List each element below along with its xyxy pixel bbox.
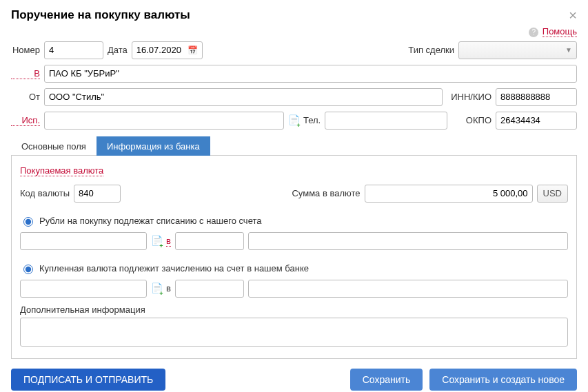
help-link[interactable]: Помощь — [543, 26, 577, 37]
date-label: Дата — [108, 45, 128, 55]
additional-info-label: Дополнительная информация — [20, 305, 568, 315]
okpo-input[interactable] — [496, 112, 577, 130]
deal-type-label: Тип сделки — [408, 45, 454, 55]
to-input[interactable] — [44, 65, 577, 83]
debit-field-2[interactable] — [175, 232, 244, 250]
to-label: В — [11, 68, 40, 79]
calendar-icon[interactable]: 📅 — [187, 45, 198, 55]
credit-v-label: в — [166, 283, 171, 293]
currency-code-label: Код валюты — [20, 188, 70, 198]
close-icon[interactable]: × — [569, 8, 577, 22]
date-field[interactable] — [136, 45, 183, 55]
debit-v-label: в — [166, 236, 171, 247]
save-new-button[interactable]: Сохранить и создать новое — [429, 369, 577, 391]
tab-main[interactable]: Основные поля — [11, 136, 97, 156]
radio-debit-label: Рубли на покупку подлежат списанию с наш… — [39, 216, 261, 226]
section-purchased-currency: Покупаемая валюта — [20, 165, 103, 176]
radio-debit[interactable] — [23, 217, 33, 227]
okpo-label: ОКПО — [466, 115, 491, 125]
currency-box: USD — [537, 185, 568, 203]
from-input[interactable] — [44, 88, 443, 106]
inn-label: ИНН/КИО — [451, 92, 491, 102]
additional-info-textarea[interactable] — [20, 318, 568, 347]
tel-label: Тел. — [303, 115, 321, 125]
help-icon: ? — [529, 28, 538, 37]
amount-label: Сумма в валюте — [292, 188, 360, 198]
debit-field-3[interactable] — [248, 232, 568, 250]
credit-field-2[interactable] — [175, 280, 244, 298]
lookup-icon[interactable]: 📄 — [288, 115, 299, 126]
inn-input[interactable] — [496, 88, 577, 106]
credit-field-1[interactable] — [20, 280, 147, 298]
date-input[interactable]: 📅 — [132, 41, 203, 59]
from-label: От — [11, 92, 40, 102]
lookup-icon[interactable]: 📄 — [151, 236, 162, 247]
number-label: Номер — [11, 45, 40, 55]
lookup-icon[interactable]: 📄 — [151, 283, 162, 294]
chevron-down-icon: ▼ — [565, 46, 572, 54]
credit-field-3[interactable] — [248, 280, 568, 298]
exec-label: Исп. — [11, 115, 40, 126]
number-input[interactable] — [44, 41, 103, 59]
debit-field-1[interactable] — [20, 232, 147, 250]
dialog-title: Поручение на покупку валюты — [11, 8, 190, 22]
deal-type-select[interactable]: ▼ — [458, 41, 577, 59]
save-button[interactable]: Сохранить — [350, 369, 423, 391]
currency-code-input[interactable] — [74, 185, 121, 203]
exec-input[interactable] — [44, 112, 284, 130]
radio-credit[interactable] — [23, 265, 33, 274]
tab-bank-info[interactable]: Информация из банка — [97, 136, 210, 156]
tel-input[interactable] — [325, 112, 447, 130]
amount-input[interactable] — [365, 185, 533, 203]
sign-send-button[interactable]: Подписать и отправить — [11, 369, 165, 391]
radio-credit-label: Купленная валюта подлежит зачислению на … — [39, 263, 309, 274]
